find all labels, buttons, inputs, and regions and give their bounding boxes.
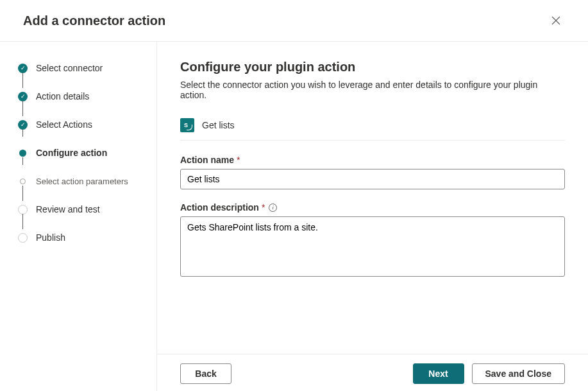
checkmark-icon: ✓ [18,92,28,101]
action-name-input[interactable] [180,169,565,189]
action-description-textarea[interactable] [180,216,565,277]
step-configure-action[interactable]: Configure action [18,146,146,160]
step-label: Publish [36,232,65,243]
step-label: Review and test [36,204,100,214]
step-label: Configure action [36,148,107,158]
active-dot-icon [19,150,26,157]
open-circle-icon [18,233,28,243]
selected-connector-row: S Get lists [180,118,565,141]
close-icon [551,16,560,25]
page-subtitle: Select the connector action you wish to … [180,80,565,100]
step-select-connector[interactable]: ✓ Select connector [18,61,146,75]
action-name-label: Action name * [180,155,565,165]
checkmark-icon: ✓ [18,120,28,130]
checkmark-icon: ✓ [18,64,28,73]
info-icon[interactable]: i [269,204,277,212]
main-content: Configure your plugin action Select the … [157,42,588,354]
save-and-close-button[interactable]: Save and Close [472,363,566,384]
footer-right-group: Next Save and Close [413,363,566,384]
open-circle-icon [18,205,28,214]
action-description-label: Action description * i [180,202,565,213]
sharepoint-icon: S [180,118,194,132]
step-action-details[interactable]: ✓ Action details [18,89,146,103]
required-asterisk: * [237,155,240,165]
dialog-title: Add a connector action [23,13,165,28]
wizard-stepper: ✓ Select connector ✓ Action details ✓ Se… [0,42,157,391]
open-dot-icon [20,178,26,184]
step-label: Select Actions [36,119,92,130]
step-label: Select connector [36,63,103,73]
dialog-header: Add a connector action [0,0,588,42]
dialog-body: ✓ Select connector ✓ Action details ✓ Se… [0,42,588,391]
dialog-footer: Back Next Save and Close [157,354,588,391]
close-button[interactable] [547,12,565,30]
page-title: Configure your plugin action [180,60,565,74]
step-label: Action details [36,91,89,101]
step-select-actions[interactable]: ✓ Select Actions [18,117,146,132]
back-button[interactable]: Back [180,363,231,384]
step-label: Select action parameters [36,177,128,186]
step-review-and-test[interactable]: Review and test [18,202,146,216]
field-action-description: Action description * i [180,202,565,279]
next-button[interactable]: Next [413,363,464,384]
field-action-name: Action name * [180,155,565,189]
required-asterisk: * [262,202,265,213]
step-publish[interactable]: Publish [18,230,146,245]
connector-name: Get lists [202,120,235,130]
main-panel: Configure your plugin action Select the … [157,42,588,391]
step-select-action-parameters[interactable]: Select action parameters [18,174,146,188]
